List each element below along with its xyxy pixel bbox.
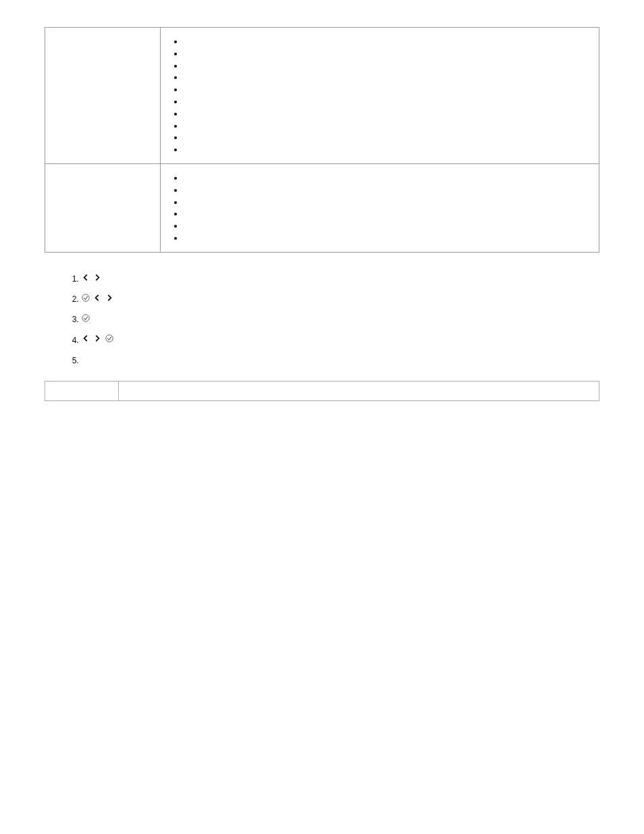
step-item — [81, 355, 576, 367]
list-item — [184, 144, 592, 155]
left-arrow-icon — [81, 334, 90, 347]
list-item — [184, 48, 592, 59]
right-arrow-icon — [105, 293, 114, 307]
feature-name-cell — [45, 28, 161, 164]
right-arrow-icon — [92, 334, 102, 347]
steps-list — [81, 273, 576, 367]
list-item — [184, 60, 592, 72]
step-item — [81, 273, 576, 286]
right-arrow-icon — [92, 273, 102, 286]
list-item — [184, 184, 592, 196]
bullet-list — [184, 172, 592, 244]
list-item — [184, 232, 592, 244]
svg-point-2 — [105, 335, 113, 342]
note-text — [119, 381, 599, 400]
list-item — [184, 84, 592, 95]
list-item — [184, 108, 592, 120]
list-item — [184, 172, 592, 184]
list-item — [184, 132, 592, 143]
bullet-list — [184, 36, 592, 155]
left-arrow-icon — [81, 273, 90, 286]
feature-table — [45, 27, 599, 253]
table-row — [45, 381, 599, 400]
list-item — [184, 36, 592, 47]
table-row — [45, 28, 599, 164]
page — [0, 0, 644, 834]
check-circle-icon — [81, 293, 90, 307]
list-item — [184, 197, 592, 208]
step-item — [81, 334, 576, 347]
table-row — [45, 163, 599, 252]
feature-desc-cell — [161, 28, 599, 164]
list-item — [184, 208, 592, 219]
feature-name-cell — [45, 163, 161, 252]
list-item — [184, 96, 592, 107]
list-item — [184, 220, 592, 232]
note-label — [45, 381, 119, 400]
feature-desc-cell — [161, 163, 599, 252]
left-arrow-icon — [92, 293, 102, 307]
svg-point-0 — [82, 294, 90, 302]
step-item — [81, 293, 576, 307]
check-circle-icon — [105, 334, 114, 347]
list-item — [184, 72, 592, 83]
check-circle-icon — [81, 313, 90, 327]
svg-point-1 — [82, 315, 90, 322]
step-item — [81, 313, 576, 327]
list-item — [184, 120, 592, 132]
note-box — [45, 381, 599, 401]
